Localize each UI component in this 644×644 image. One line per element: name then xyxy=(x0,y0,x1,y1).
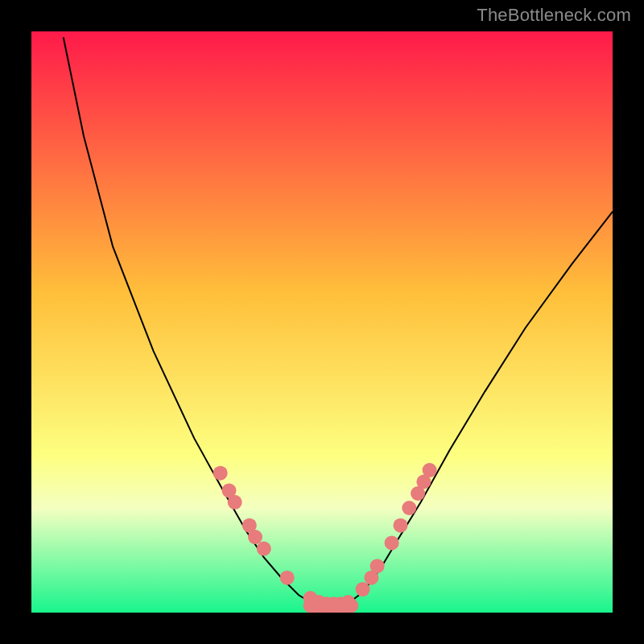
data-point xyxy=(228,495,242,510)
data-point xyxy=(248,530,262,544)
plot-area xyxy=(31,31,613,613)
data-point xyxy=(370,559,385,573)
data-point xyxy=(402,501,416,515)
chart-svg xyxy=(31,31,613,613)
data-point xyxy=(356,582,370,597)
data-point xyxy=(213,466,228,481)
data-point xyxy=(385,535,399,550)
data-point xyxy=(423,463,437,477)
data-point xyxy=(394,518,408,533)
gradient-background xyxy=(31,31,613,613)
data-point xyxy=(257,542,271,556)
data-point xyxy=(280,571,295,585)
data-point xyxy=(341,595,356,609)
watermark-text: TheBottleneck.com xyxy=(477,5,631,26)
